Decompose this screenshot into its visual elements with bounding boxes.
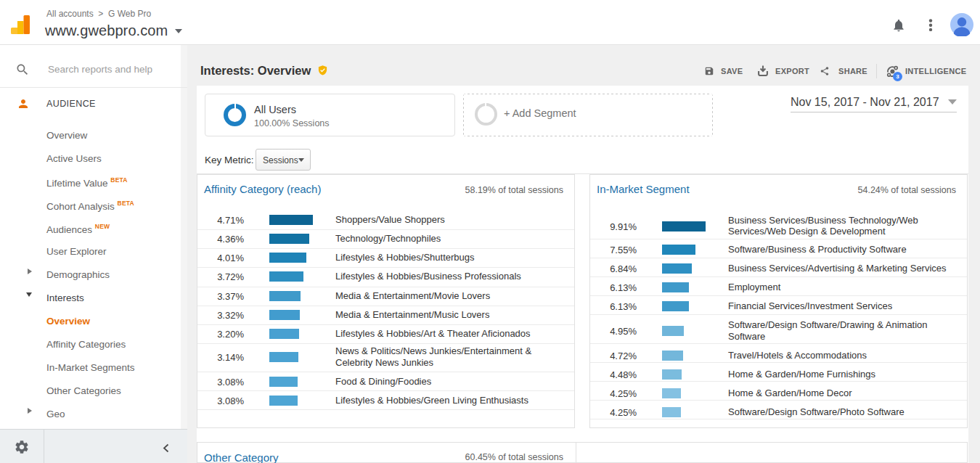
svg-text:3: 3 [896,73,899,80]
